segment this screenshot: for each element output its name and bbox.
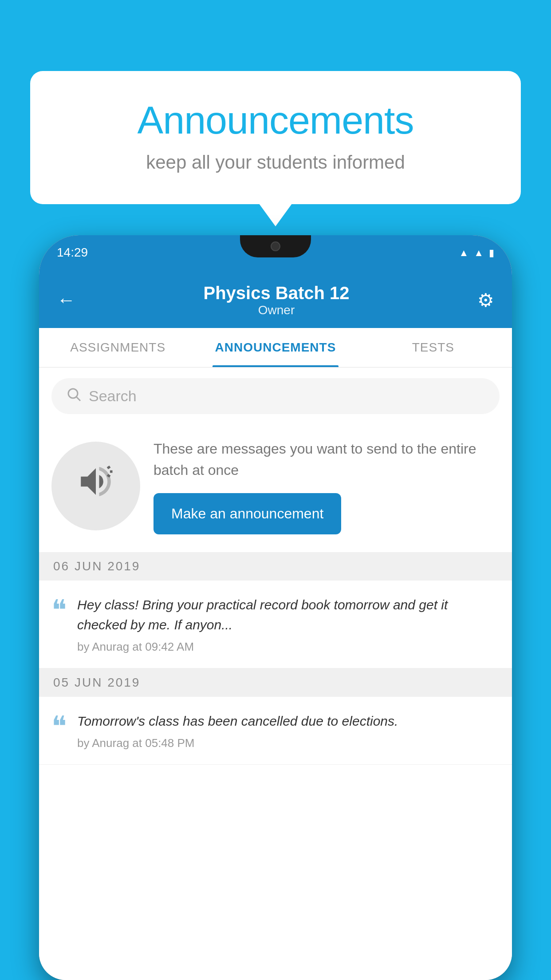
speech-bubble: Announcements keep all your students inf… bbox=[30, 71, 521, 204]
settings-icon[interactable]: ⚙ bbox=[477, 289, 494, 311]
app-header: ← Physics Batch 12 Owner ⚙ bbox=[39, 270, 512, 328]
announcement-author-1: by Anurag at 09:42 AM bbox=[77, 640, 500, 654]
promo-description: These are messages you want to send to t… bbox=[153, 438, 500, 481]
search-bar[interactable]: Search bbox=[51, 378, 500, 414]
megaphone-icon bbox=[76, 462, 116, 511]
announcement-content-1: Hey class! Bring your practical record b… bbox=[77, 595, 500, 654]
tab-announcements[interactable]: ANNOUNCEMENTS bbox=[197, 328, 354, 367]
batch-role: Owner bbox=[75, 303, 477, 317]
announcement-promo: These are messages you want to send to t… bbox=[39, 425, 512, 552]
date-separator-2: 05 JUN 2019 bbox=[39, 668, 512, 697]
date-separator-1: 06 JUN 2019 bbox=[39, 552, 512, 581]
search-icon bbox=[66, 386, 82, 406]
phone-notch bbox=[240, 235, 311, 257]
search-placeholder: Search bbox=[89, 387, 137, 405]
speech-bubble-section: Announcements keep all your students inf… bbox=[30, 71, 521, 204]
svg-line-2 bbox=[107, 466, 110, 468]
announcement-item-1[interactable]: ❝ Hey class! Bring your practical record… bbox=[39, 581, 512, 668]
status-time: 14:29 bbox=[57, 245, 88, 260]
wifi-icon bbox=[459, 246, 468, 259]
quote-icon-2: ❝ bbox=[51, 711, 67, 738]
announcement-message-1: Hey class! Bring your practical record b… bbox=[77, 595, 500, 635]
status-bar: 14:29 bbox=[39, 235, 512, 270]
announcement-content-2: Tomorrow's class has been cancelled due … bbox=[77, 711, 500, 750]
phone-mockup: 14:29 ← Physics Batch 12 Owner ⚙ ASSIGNM… bbox=[39, 235, 512, 980]
quote-icon-1: ❝ bbox=[51, 595, 67, 622]
phone-screen: 14:29 ← Physics Batch 12 Owner ⚙ ASSIGNM… bbox=[39, 235, 512, 980]
bubble-title: Announcements bbox=[66, 98, 485, 143]
app-content: Search These are m bbox=[39, 368, 512, 980]
bubble-subtitle: keep all your students informed bbox=[66, 152, 485, 173]
header-center: Physics Batch 12 Owner bbox=[75, 283, 477, 317]
camera bbox=[271, 241, 280, 251]
back-button[interactable]: ← bbox=[57, 289, 75, 311]
battery-icon bbox=[489, 246, 494, 259]
tab-tests[interactable]: TESTS bbox=[354, 328, 512, 367]
promo-content: These are messages you want to send to t… bbox=[153, 438, 500, 534]
announcement-author-2: by Anurag at 05:48 PM bbox=[77, 736, 500, 750]
promo-icon-circle bbox=[51, 442, 140, 530]
announcement-message-2: Tomorrow's class has been cancelled due … bbox=[77, 711, 500, 731]
batch-title: Physics Batch 12 bbox=[75, 283, 477, 303]
svg-line-4 bbox=[107, 475, 110, 477]
signal-icon bbox=[474, 246, 484, 259]
make-announcement-button[interactable]: Make an announcement bbox=[153, 493, 341, 534]
status-icons bbox=[459, 246, 494, 259]
tab-assignments[interactable]: ASSIGNMENTS bbox=[39, 328, 197, 367]
date-label-1: 06 JUN 2019 bbox=[53, 559, 140, 573]
date-label-2: 05 JUN 2019 bbox=[53, 676, 140, 690]
tab-bar: ASSIGNMENTS ANNOUNCEMENTS TESTS bbox=[39, 328, 512, 368]
svg-point-0 bbox=[68, 389, 78, 398]
svg-line-1 bbox=[77, 397, 80, 401]
announcement-item-2[interactable]: ❝ Tomorrow's class has been cancelled du… bbox=[39, 697, 512, 765]
